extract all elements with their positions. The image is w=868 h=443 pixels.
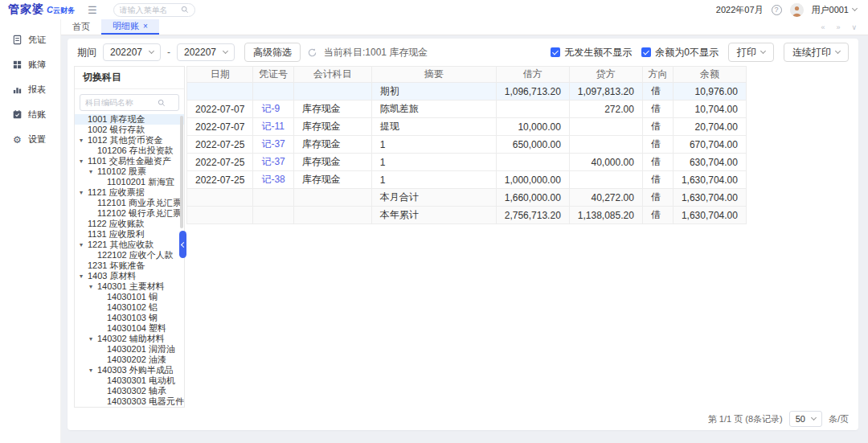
tab-scroll-left-icon[interactable]: « bbox=[821, 23, 825, 31]
tree-item[interactable]: 1122 应收账款 bbox=[75, 219, 184, 229]
tab-scroll-right-icon[interactable]: » bbox=[836, 23, 840, 31]
tree-item[interactable]: 1002 银行存款 bbox=[75, 125, 184, 135]
sidebar-item-label: 结账 bbox=[28, 109, 46, 121]
cell-debit: 1,096,713.20 bbox=[496, 83, 569, 100]
tree-item[interactable]: 14030303 电器元件 bbox=[75, 396, 184, 407]
subject-tree: 1001 库存现金1002 银行存款▾1012 其他货币资金101206 存出投… bbox=[75, 114, 184, 407]
period-from-select[interactable]: 202207 bbox=[103, 43, 161, 61]
tree-item-label: 1403 原材料 bbox=[88, 271, 137, 281]
cell-voucher bbox=[253, 83, 293, 100]
cell-summary: 1 bbox=[371, 171, 496, 189]
tree-item[interactable]: 101206 存出投资款 bbox=[75, 146, 184, 156]
tree-item[interactable]: ▾140303 外购半成品 bbox=[75, 365, 184, 375]
print-button-label: 打印 bbox=[737, 46, 756, 59]
tree-item[interactable]: 14030104 塑料 bbox=[75, 323, 184, 334]
tree-item[interactable]: 1001 库存现金 bbox=[75, 114, 184, 125]
tree-scrollbar[interactable] bbox=[180, 116, 183, 228]
tree-expand-icon[interactable]: ▾ bbox=[89, 365, 97, 375]
tree-expand-icon[interactable]: ▾ bbox=[80, 187, 88, 198]
page-size-select[interactable]: 50 bbox=[789, 411, 822, 427]
tree-item[interactable]: ▾140301 主要材料 bbox=[75, 281, 184, 292]
cell-subject: 库存现金 bbox=[293, 136, 371, 154]
hamburger-icon[interactable]: ☰ bbox=[88, 5, 97, 15]
logo-cloud-mark: C bbox=[47, 5, 53, 14]
voucher-link[interactable]: 记-11 bbox=[261, 121, 284, 132]
avatar[interactable] bbox=[790, 3, 804, 17]
tab-明细账[interactable]: 明细账× bbox=[101, 19, 159, 35]
tree-search-box[interactable] bbox=[80, 94, 179, 111]
period-label: 期间 bbox=[77, 46, 96, 59]
cell-debit: 10,000.00 bbox=[496, 118, 569, 136]
no-activity-checkbox[interactable]: 无发生额不显示 bbox=[551, 46, 632, 59]
cell-voucher: 记-11 bbox=[253, 118, 293, 136]
current-period-label: 2022年07月 bbox=[716, 4, 764, 16]
tree-item[interactable]: 1131 应收股利 bbox=[75, 229, 184, 240]
tree-item-label: 140302 辅助材料 bbox=[97, 334, 165, 344]
help-icon[interactable]: ? bbox=[772, 5, 782, 15]
tree-item[interactable]: 14030202 油漆 bbox=[75, 355, 184, 365]
print-button[interactable]: 打印 bbox=[728, 43, 774, 62]
tree-item-label: 1101 交易性金融资产 bbox=[88, 156, 171, 166]
voucher-link[interactable]: 记-38 bbox=[261, 174, 285, 185]
sidebar-item-结账[interactable]: 结账 bbox=[0, 102, 60, 127]
tree-item[interactable]: 14030101 铜 bbox=[75, 292, 184, 302]
voucher-link[interactable]: 记-37 bbox=[261, 138, 285, 150]
tree-item-label: 14030302 轴承 bbox=[107, 386, 166, 396]
menu-search-box[interactable] bbox=[113, 3, 195, 17]
tree-expand-icon[interactable]: ▾ bbox=[80, 271, 88, 281]
tree-item-label: 112102 银行承兑汇票 bbox=[97, 208, 182, 219]
period-to-select[interactable]: 202207 bbox=[177, 43, 235, 61]
tree-item-label: 110102 股票 bbox=[97, 166, 146, 177]
sidebar-item-凭证[interactable]: 凭证 bbox=[0, 27, 60, 52]
zero-balance-checkbox[interactable]: 余额为0不显示 bbox=[641, 46, 719, 59]
tree-item[interactable]: 122102 应收个人款 bbox=[75, 250, 184, 260]
sidebar-item-设置[interactable]: ⚙设置 bbox=[0, 127, 60, 152]
tree-item[interactable]: ▾1012 其他货币资金 bbox=[75, 135, 184, 146]
cell-debit: 2,756,713.20 bbox=[496, 207, 569, 224]
app-logo[interactable]: 管家婆 C 云财务 bbox=[8, 2, 75, 17]
sidebar-item-label: 设置 bbox=[28, 133, 46, 146]
print-continuous-button[interactable]: 连续打印 bbox=[784, 43, 849, 62]
tree-expand-icon[interactable]: ▾ bbox=[89, 166, 97, 177]
sidebar-item-账簿[interactable]: 账簿 bbox=[0, 52, 60, 77]
voucher-link[interactable]: 记-37 bbox=[261, 156, 285, 167]
tree-item-label: 14030201 润滑油 bbox=[107, 344, 175, 355]
tree-item[interactable]: ▾110102 股票 bbox=[75, 166, 184, 177]
close-icon[interactable]: × bbox=[143, 22, 148, 31]
period-from-value: 202207 bbox=[110, 47, 142, 58]
tree-expand-icon[interactable]: ▾ bbox=[80, 240, 88, 250]
tree-item[interactable]: 14030103 钢 bbox=[75, 313, 184, 323]
tab-首页[interactable]: 首页 bbox=[61, 19, 101, 35]
chevron-down-icon bbox=[223, 48, 228, 54]
tree-search-input[interactable] bbox=[85, 98, 158, 107]
period-to-value: 202207 bbox=[184, 47, 216, 58]
tree-item[interactable]: ▾140302 辅助材料 bbox=[75, 334, 184, 344]
tab-menu-icon[interactable]: ∨ bbox=[851, 23, 857, 31]
cell-summary: 本年累计 bbox=[371, 207, 496, 224]
tree-item[interactable]: 14030302 轴承 bbox=[75, 386, 184, 396]
tree-item[interactable]: 14030102 铝 bbox=[75, 302, 184, 313]
tree-collapse-handle[interactable] bbox=[179, 231, 186, 258]
tree-expand-icon[interactable]: ▾ bbox=[80, 135, 88, 146]
sidebar-item-报表[interactable]: 报表 bbox=[0, 77, 60, 102]
column-header-凭证号: 凭证号 bbox=[253, 67, 293, 83]
voucher-link[interactable]: 记-9 bbox=[261, 103, 280, 114]
user-menu[interactable]: 用户0001 bbox=[812, 4, 857, 16]
refresh-icon[interactable] bbox=[307, 47, 317, 58]
tree-expand-icon[interactable]: ▾ bbox=[89, 281, 97, 292]
tree-item[interactable]: 14030201 润滑油 bbox=[75, 344, 184, 355]
tree-item[interactable]: ▾1221 其他应收款 bbox=[75, 240, 184, 250]
tree-item[interactable]: 112101 商业承兑汇票 bbox=[75, 198, 184, 208]
tree-item[interactable]: ▾1121 应收票据 bbox=[75, 187, 184, 198]
cell-credit: 272.00 bbox=[569, 100, 642, 118]
menu-search-input[interactable] bbox=[120, 6, 181, 14]
advanced-filter-button[interactable]: 高级筛选 bbox=[244, 43, 301, 62]
tree-item[interactable]: 112102 银行承兑汇票 bbox=[75, 208, 184, 219]
tree-item[interactable]: ▾1101 交易性金融资产 bbox=[75, 156, 184, 166]
tree-item[interactable]: 1231 坏账准备 bbox=[75, 260, 184, 271]
tree-item[interactable]: ▾1403 原材料 bbox=[75, 271, 184, 281]
tree-item[interactable]: 14030301 电动机 bbox=[75, 375, 184, 386]
tree-expand-icon[interactable]: ▾ bbox=[89, 334, 97, 344]
tree-item[interactable]: 11010201 新海宜 bbox=[75, 177, 184, 187]
tree-expand-icon[interactable]: ▾ bbox=[80, 156, 88, 166]
